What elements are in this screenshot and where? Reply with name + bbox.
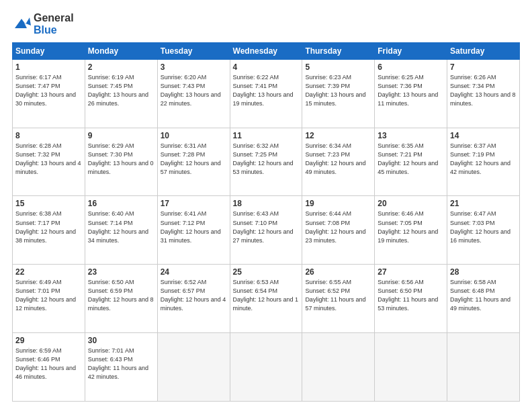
logo-text: General Blue	[34, 12, 74, 37]
day-number: 21	[450, 199, 517, 208]
cell-details: Sunrise: 6:29 AMSunset: 7:30 PMDaylight:…	[88, 142, 154, 175]
calendar-cell-4: 4 Sunrise: 6:22 AMSunset: 7:41 PMDayligh…	[230, 59, 302, 128]
day-number: 1	[15, 62, 82, 72]
cell-details: Sunrise: 6:46 AMSunset: 7:05 PMDaylight:…	[378, 210, 438, 243]
calendar-cell-20: 20 Sunrise: 6:46 AMSunset: 7:05 PMDaylig…	[375, 196, 447, 265]
calendar-cell-17: 17 Sunrise: 6:41 AMSunset: 7:12 PMDaylig…	[157, 196, 230, 265]
calendar-cell-7: 7 Sunrise: 6:26 AMSunset: 7:34 PMDayligh…	[447, 59, 520, 128]
calendar-cell-22: 22 Sunrise: 6:49 AMSunset: 7:01 PMDaylig…	[13, 265, 85, 333]
calendar-cell-2: 2 Sunrise: 6:19 AMSunset: 7:45 PMDayligh…	[85, 59, 157, 128]
day-number: 9	[88, 131, 154, 140]
day-number: 30	[88, 336, 154, 345]
cell-details: Sunrise: 6:47 AMSunset: 7:03 PMDaylight:…	[450, 210, 511, 243]
cell-details: Sunrise: 6:49 AMSunset: 7:01 PMDaylight:…	[15, 279, 76, 312]
calendar-cell-3: 3 Sunrise: 6:20 AMSunset: 7:43 PMDayligh…	[157, 59, 230, 128]
cell-details: Sunrise: 6:38 AMSunset: 7:17 PMDaylight:…	[15, 210, 76, 243]
calendar-cell-12: 12 Sunrise: 6:34 AMSunset: 7:23 PMDaylig…	[302, 128, 375, 196]
calendar-cell-8: 8 Sunrise: 6:28 AMSunset: 7:32 PMDayligh…	[13, 128, 85, 196]
day-number: 27	[378, 267, 444, 277]
cell-details: Sunrise: 6:34 AMSunset: 7:23 PMDaylight:…	[305, 142, 365, 175]
cell-details: Sunrise: 6:50 AMSunset: 6:59 PMDaylight:…	[88, 279, 154, 312]
cell-details: Sunrise: 6:55 AMSunset: 6:52 PMDaylight:…	[305, 279, 365, 312]
logo: General Blue	[12, 12, 74, 37]
header-tuesday: Tuesday	[157, 42, 230, 59]
day-number: 17	[161, 199, 227, 208]
cell-details: Sunrise: 7:01 AMSunset: 6:43 PMDaylight:…	[88, 347, 148, 380]
day-number: 6	[378, 62, 444, 72]
calendar-cell-29: 29 Sunrise: 6:59 AMSunset: 6:46 PMDaylig…	[13, 333, 85, 402]
week-row-3: 15 Sunrise: 6:38 AMSunset: 7:17 PMDaylig…	[13, 196, 520, 265]
calendar-cell-18: 18 Sunrise: 6:43 AMSunset: 7:10 PMDaylig…	[230, 196, 302, 265]
calendar-cell-23: 23 Sunrise: 6:50 AMSunset: 6:59 PMDaylig…	[85, 265, 157, 333]
day-number: 26	[305, 267, 371, 277]
header-monday: Monday	[85, 42, 157, 59]
calendar-table: Sunday Monday Tuesday Wednesday Thursday…	[12, 42, 520, 402]
cell-details: Sunrise: 6:37 AMSunset: 7:19 PMDaylight:…	[450, 142, 511, 175]
week-row-2: 8 Sunrise: 6:28 AMSunset: 7:32 PMDayligh…	[13, 128, 520, 196]
calendar-cell-1: 1 Sunrise: 6:17 AMSunset: 7:47 PMDayligh…	[13, 59, 85, 128]
cell-details: Sunrise: 6:31 AMSunset: 7:28 PMDaylight:…	[161, 142, 221, 175]
day-number: 15	[15, 199, 82, 208]
calendar-cell-24: 24 Sunrise: 6:52 AMSunset: 6:57 PMDaylig…	[157, 265, 230, 333]
page: General Blue Sunday Monday Tuesday Wedne…	[0, 0, 532, 411]
calendar-cell-27: 27 Sunrise: 6:56 AMSunset: 6:50 PMDaylig…	[375, 265, 447, 333]
cell-details: Sunrise: 6:22 AMSunset: 7:41 PMDaylight:…	[233, 74, 294, 107]
cell-details: Sunrise: 6:56 AMSunset: 6:50 PMDaylight:…	[378, 279, 438, 312]
day-number: 14	[450, 131, 517, 140]
day-number: 7	[450, 62, 517, 72]
cell-details: Sunrise: 6:41 AMSunset: 7:12 PMDaylight:…	[161, 210, 221, 243]
day-number: 3	[161, 62, 227, 72]
cell-details: Sunrise: 6:25 AMSunset: 7:36 PMDaylight:…	[378, 74, 438, 107]
calendar-cell-10: 10 Sunrise: 6:31 AMSunset: 7:28 PMDaylig…	[157, 128, 230, 196]
calendar-cell-5: 5 Sunrise: 6:23 AMSunset: 7:39 PMDayligh…	[302, 59, 375, 128]
day-number: 13	[378, 131, 444, 140]
day-number: 16	[88, 199, 154, 208]
empty-cell	[230, 333, 302, 402]
day-number: 8	[15, 131, 82, 140]
weekday-header-row: Sunday Monday Tuesday Wednesday Thursday…	[13, 42, 520, 59]
calendar-cell-11: 11 Sunrise: 6:32 AMSunset: 7:25 PMDaylig…	[230, 128, 302, 196]
week-row-4: 22 Sunrise: 6:49 AMSunset: 7:01 PMDaylig…	[13, 265, 520, 333]
header: General Blue	[12, 9, 520, 37]
day-number: 29	[15, 336, 82, 345]
empty-cell	[157, 333, 230, 402]
cell-details: Sunrise: 6:26 AMSunset: 7:34 PMDaylight:…	[450, 74, 516, 107]
cell-details: Sunrise: 6:35 AMSunset: 7:21 PMDaylight:…	[378, 142, 438, 175]
day-number: 10	[161, 131, 227, 140]
empty-cell	[447, 333, 520, 402]
empty-cell	[375, 333, 447, 402]
header-wednesday: Wednesday	[230, 42, 302, 59]
calendar-cell-26: 26 Sunrise: 6:55 AMSunset: 6:52 PMDaylig…	[302, 265, 375, 333]
cell-details: Sunrise: 6:23 AMSunset: 7:39 PMDaylight:…	[305, 74, 365, 107]
svg-marker-0	[15, 17, 31, 28]
cell-details: Sunrise: 6:52 AMSunset: 6:57 PMDaylight:…	[161, 279, 226, 312]
header-sunday: Sunday	[13, 42, 85, 59]
day-number: 22	[15, 267, 82, 277]
day-number: 19	[305, 199, 371, 208]
day-number: 20	[378, 199, 444, 208]
day-number: 23	[88, 267, 154, 277]
cell-details: Sunrise: 6:40 AMSunset: 7:14 PMDaylight:…	[88, 210, 148, 243]
cell-details: Sunrise: 6:43 AMSunset: 7:10 PMDaylight:…	[233, 210, 294, 243]
cell-details: Sunrise: 6:53 AMSunset: 6:54 PMDaylight:…	[233, 279, 299, 312]
cell-details: Sunrise: 6:58 AMSunset: 6:48 PMDaylight:…	[450, 279, 511, 312]
day-number: 24	[161, 267, 227, 277]
cell-details: Sunrise: 6:44 AMSunset: 7:08 PMDaylight:…	[305, 210, 365, 243]
header-thursday: Thursday	[302, 42, 375, 59]
header-friday: Friday	[375, 42, 447, 59]
calendar-cell-9: 9 Sunrise: 6:29 AMSunset: 7:30 PMDayligh…	[85, 128, 157, 196]
day-number: 12	[305, 131, 371, 140]
header-saturday: Saturday	[447, 42, 520, 59]
day-number: 25	[233, 267, 300, 277]
day-number: 28	[450, 267, 517, 277]
calendar-cell-13: 13 Sunrise: 6:35 AMSunset: 7:21 PMDaylig…	[375, 128, 447, 196]
cell-details: Sunrise: 6:59 AMSunset: 6:46 PMDaylight:…	[15, 347, 76, 380]
day-number: 18	[233, 199, 300, 208]
day-number: 2	[88, 62, 154, 72]
calendar-cell-15: 15 Sunrise: 6:38 AMSunset: 7:17 PMDaylig…	[13, 196, 85, 265]
calendar-cell-21: 21 Sunrise: 6:47 AMSunset: 7:03 PMDaylig…	[447, 196, 520, 265]
cell-details: Sunrise: 6:17 AMSunset: 7:47 PMDaylight:…	[15, 74, 76, 107]
empty-cell	[302, 333, 375, 402]
logo-icon	[12, 16, 31, 32]
calendar-cell-6: 6 Sunrise: 6:25 AMSunset: 7:36 PMDayligh…	[375, 59, 447, 128]
